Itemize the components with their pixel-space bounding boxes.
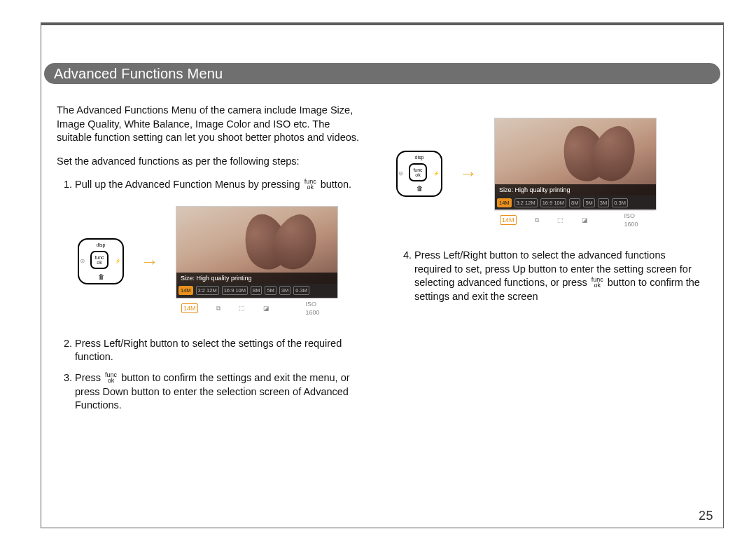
sample-photo-icon [245, 214, 322, 277]
function-bar: 14M ⧉ ⬚ ◪ ISO 1600 [176, 298, 337, 317]
func-quality-icon: ⧉ [535, 216, 539, 224]
section-title: Advanced Functions Menu [54, 66, 223, 82]
steps-heading: Set the advanced functions as per the fo… [57, 155, 364, 169]
func-wb-icon: ⬚ [557, 216, 564, 224]
pad-flash-icon: ⚡ [115, 258, 121, 264]
size-caption: Size: High quality printing [176, 273, 337, 284]
control-pad-icon: disp ⦾ ⚡ funcok 🗑 [78, 238, 124, 284]
diagram-row-right: disp ⦾ ⚡ funcok 🗑 → Size: High quality p… [396, 118, 705, 229]
screenshot-left: Size: High quality printing 14M 3:2 12M … [176, 206, 337, 317]
pad-flash-icon: ⚡ [433, 170, 440, 177]
func-ok-icon: funcok [592, 277, 603, 288]
func-iso-icon: ISO 1600 [624, 212, 650, 228]
func-ok-icon: funcok [304, 179, 316, 190]
func-ok-icon: funcok [105, 372, 117, 383]
size-caption: Size: High quality printing [495, 184, 656, 195]
func-wb-icon: ⬚ [239, 304, 245, 312]
size-chip-5m: 5M [265, 286, 276, 295]
size-option-strip: 14M 3:2 12M 16:9 10M 8M 5M 3M 0.3M [495, 195, 656, 209]
size-chip-8m: 8M [251, 286, 262, 295]
func-quality-icon: ⧉ [216, 304, 220, 312]
step-1a: Pull up the Advanced Function Menus by p… [75, 179, 303, 190]
step-4: Press Left/Right button to select the ad… [414, 249, 705, 303]
size-chip-8m: 8M [569, 198, 580, 207]
arrow-right-icon: → [459, 161, 477, 186]
arrow-right-icon: → [141, 249, 159, 274]
size-chip-10m: 16:9 10M [222, 286, 248, 295]
pad-funcok-icon: funcok [90, 251, 108, 269]
pad-disp-label: disp [79, 242, 122, 248]
pad-left-icon: ⦾ [399, 170, 403, 177]
pad-left-icon: ⦾ [80, 258, 85, 264]
size-option-strip: 14M 3:2 12M 16:9 10M 8M 5M 3M 0.3M [176, 284, 337, 298]
content-columns: The Advanced Functions Menu of the camer… [48, 91, 716, 522]
sample-photo-icon [564, 125, 640, 188]
size-chip-3m: 3M [598, 198, 609, 207]
size-chip-10m: 16:9 10M [540, 198, 566, 207]
left-column: The Advanced Functions Menu of the camer… [48, 91, 382, 522]
func-color-icon: ◪ [582, 216, 588, 224]
size-chip-14m: 14M [178, 286, 193, 295]
right-column: disp ⦾ ⚡ funcok 🗑 → Size: High quality p… [382, 91, 716, 522]
section-title-bar: Advanced Functions Menu [44, 63, 720, 84]
page-frame: Advanced Functions Menu The Advanced Fun… [41, 22, 724, 528]
size-chip-5m: 5M [583, 198, 594, 207]
page-number: 25 [699, 509, 713, 523]
diagram-row-left: disp ⦾ ⚡ funcok 🗑 → Size: High quality p… [78, 206, 364, 317]
size-chip-3m: 3M [279, 286, 290, 295]
size-chip-03m: 0.3M [612, 198, 628, 207]
function-bar: 14M ⧉ ⬚ ◪ ISO 1600 [494, 210, 655, 229]
intro-paragraph: The Advanced Functions Menu of the camer… [57, 104, 364, 145]
size-chip-14m: 14M [497, 198, 512, 207]
func-size-icon: 14M [181, 303, 198, 313]
func-iso-icon: ISO 1600 [306, 300, 331, 317]
pad-disp-label: disp [398, 154, 441, 160]
size-chip-03m: 0.3M [293, 286, 309, 295]
func-size-icon: 14M [500, 215, 517, 225]
pad-funcok-icon: funcok [409, 163, 427, 181]
step-1: Pull up the Advanced Function Menus by p… [75, 178, 364, 192]
step-3a: Press [75, 372, 104, 383]
control-pad-icon: disp ⦾ ⚡ funcok 🗑 [396, 151, 442, 197]
step-2: Press Left/Right button to select the se… [75, 337, 364, 364]
step-1b: button. [321, 179, 351, 190]
step-3: Press funcok button to confirm the setti… [75, 371, 364, 413]
pad-trash-icon: 🗑 [79, 273, 122, 281]
func-color-icon: ◪ [263, 304, 270, 312]
pad-trash-icon: 🗑 [398, 184, 441, 193]
size-chip-12m: 3:2 12M [514, 198, 538, 207]
screenshot-right: Size: High quality printing 14M 3:2 12M … [494, 118, 655, 229]
size-chip-12m: 3:2 12M [196, 286, 219, 295]
